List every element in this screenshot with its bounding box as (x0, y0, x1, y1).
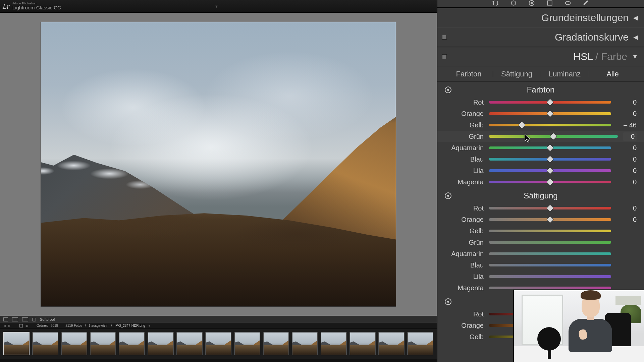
slider-track-hue-orange[interactable] (489, 112, 611, 115)
slider-track-hue-rot[interactable] (489, 101, 611, 104)
targeted-adjust-lum-icon[interactable] (445, 298, 451, 305)
slider-sat-rot: Rot0 (437, 202, 644, 214)
slider-value-sat-orange[interactable]: 0 (616, 216, 637, 224)
filmstrip-thumb[interactable] (407, 332, 433, 355)
softproof-checkbox[interactable] (32, 318, 36, 321)
view-mode-single-icon[interactable] (3, 317, 8, 321)
slider-thumb[interactable] (546, 156, 554, 163)
filmstrip-thumb[interactable] (321, 332, 347, 355)
slider-value-hue-blau[interactable]: 0 (616, 156, 637, 163)
filmstrip-thumb[interactable] (90, 332, 116, 355)
slider-track-sat-orange[interactable] (489, 218, 611, 221)
slider-sat-lila: Lila (437, 271, 644, 282)
slider-track-sat-blau[interactable] (489, 264, 611, 266)
tab-hue[interactable]: Farbton (445, 68, 493, 80)
slider-label-gelb: Gelb (447, 121, 484, 129)
slider-track-hue-aqua[interactable] (489, 146, 611, 149)
slider-track-sat-magenta[interactable] (489, 287, 611, 289)
filmstrip-thumb[interactable] (263, 332, 289, 355)
slider-thumb[interactable] (546, 178, 554, 186)
slider-track-hue-blau[interactable] (489, 158, 611, 161)
filmstrip-thumb[interactable] (378, 332, 405, 355)
slider-hue-orange: Orange0 (437, 108, 644, 119)
path-dropdown-icon[interactable]: ▾ (149, 324, 150, 327)
slider-thumb[interactable] (518, 121, 526, 129)
filmstrip-thumb[interactable] (61, 332, 87, 355)
slider-value-hue-magenta[interactable]: 0 (616, 178, 637, 186)
filmstrip[interactable] (0, 328, 437, 359)
panel-tonecurve-header[interactable]: Gradationskurve ◀ (437, 27, 644, 47)
nav-fwd-icon[interactable]: ▶ (8, 324, 11, 327)
slider-label-orange: Orange (447, 216, 484, 224)
path-year[interactable]: 2018 (51, 324, 58, 327)
titlebar-collapse-icon[interactable]: ▼ (215, 4, 218, 8)
panel-basic-header[interactable]: Grundeinstellungen ◀ (437, 8, 644, 27)
tab-saturation[interactable]: Sättigung (493, 68, 541, 80)
slider-thumb[interactable] (546, 167, 554, 175)
slider-thumb[interactable] (546, 144, 554, 152)
panel-tonecurve-switch[interactable] (442, 35, 447, 40)
tab-all[interactable]: Alle (589, 68, 637, 80)
panel-hsl-switch[interactable] (442, 54, 447, 59)
slider-track-sat-rot[interactable] (489, 207, 611, 209)
view-mode-compare-icon[interactable] (12, 317, 18, 321)
grid-icon[interactable] (19, 324, 23, 327)
slider-track-hue-magenta[interactable] (489, 181, 611, 183)
slider-track-sat-gruen[interactable] (489, 241, 611, 244)
spot-tool-icon[interactable] (509, 0, 518, 6)
slider-label-rot: Rot (447, 204, 484, 212)
slider-thumb[interactable] (546, 216, 554, 224)
filmstrip-thumb[interactable] (32, 332, 58, 355)
slider-track-hue-gelb[interactable] (489, 124, 611, 126)
crop-tool-icon[interactable] (491, 0, 500, 6)
slider-thumb[interactable] (546, 110, 554, 118)
slider-label-rot: Rot (447, 99, 484, 106)
brush-tool-icon[interactable] (582, 0, 590, 6)
filmstrip-thumb[interactable] (292, 332, 318, 355)
nav-back-icon[interactable]: ◀ (3, 324, 6, 327)
targeted-adjust-sat-icon[interactable] (445, 192, 451, 199)
filmstrip-thumb[interactable] (3, 332, 30, 355)
slider-track-sat-gelb[interactable] (489, 230, 611, 232)
grad-filter-tool-icon[interactable] (545, 0, 554, 6)
main-photo[interactable] (41, 22, 396, 307)
slider-hue-lila: Lila0 (437, 165, 644, 176)
pathbar: ◀ ▶ ▣ Ordner: 2018 2119 Fotos / 1 ausgew… (0, 323, 437, 328)
view-mode-survey-icon[interactable] (22, 317, 28, 321)
softproof-label: Softproof (40, 317, 55, 321)
slider-thumb[interactable] (546, 204, 554, 212)
panel-hsl-header[interactable]: HSL / Farbe ▼ (437, 47, 644, 66)
svg-point-5 (566, 1, 571, 5)
radial-filter-tool-icon[interactable] (564, 0, 572, 6)
slider-value-sat-rot[interactable]: 0 (616, 204, 637, 212)
slider-track-hue-gruen[interactable] (489, 135, 618, 138)
slider-value-hue-gelb[interactable]: – 46 (616, 121, 637, 129)
filmstrip-thumb[interactable] (205, 332, 231, 355)
targeted-adjust-hue-icon[interactable] (445, 86, 451, 93)
tab-luminance[interactable]: Luminanz (541, 68, 589, 80)
redeye-tool-icon[interactable] (527, 0, 536, 6)
slider-value-hue-orange[interactable]: 0 (616, 110, 637, 118)
slider-track-hue-lila[interactable] (489, 169, 611, 172)
slider-value-hue-lila[interactable]: 0 (616, 167, 637, 175)
filmstrip-thumb[interactable] (119, 332, 145, 355)
slider-label-magenta: Magenta (447, 178, 484, 186)
preview-area[interactable] (0, 13, 437, 316)
slider-value-hue-aqua[interactable]: 0 (616, 144, 637, 152)
filmstrip-thumb[interactable] (350, 332, 376, 355)
slider-sat-gruen: Grün (437, 237, 644, 248)
filmstrip-thumb[interactable] (176, 332, 203, 355)
slider-track-sat-aqua[interactable] (489, 252, 611, 255)
slider-label-blau: Blau (447, 261, 484, 269)
filmstrip-thumb[interactable] (234, 332, 260, 355)
slider-value-hue-gruen[interactable]: 0 (623, 132, 637, 141)
slider-track-sat-lila[interactable] (489, 275, 611, 278)
app-name: Lightroom Classic CC (12, 5, 61, 11)
slider-value-hue-rot[interactable]: 0 (616, 99, 637, 106)
slider-thumb[interactable] (546, 99, 554, 106)
slider-thumb[interactable] (550, 133, 557, 140)
app-logo: Lr (3, 2, 10, 11)
secondary-display-icon[interactable]: ▣ (25, 324, 29, 327)
slider-hue-aqua: Aquamarin0 (437, 142, 644, 154)
filmstrip-thumb[interactable] (148, 332, 174, 355)
